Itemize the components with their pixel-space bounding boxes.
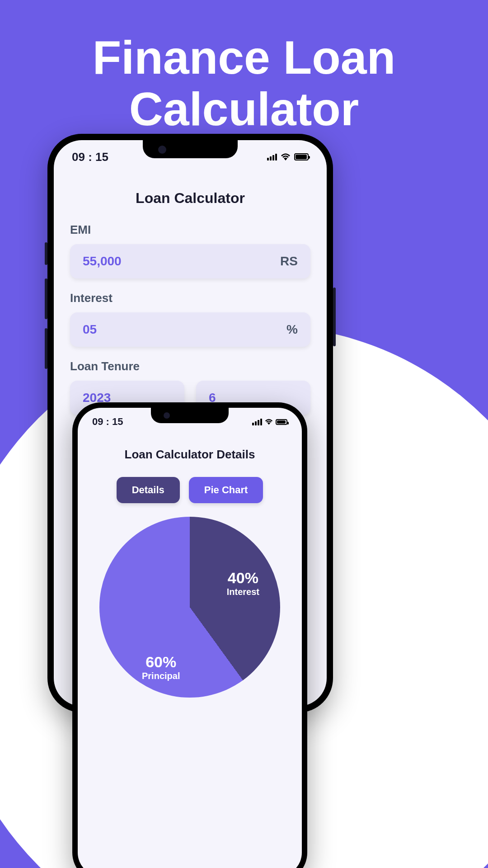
phone-mockup-front: 09 : 15 Loan Calculator Details Details …	[72, 402, 307, 868]
page-title: Loan Calculator Details	[91, 448, 288, 462]
status-time: 09 : 15	[72, 150, 108, 164]
phone-notch	[143, 140, 238, 158]
interest-label: Interest	[70, 291, 310, 305]
emi-input[interactable]: 55,000 RS	[70, 244, 310, 278]
slice-pct: 40%	[227, 569, 259, 587]
battery-icon	[276, 419, 287, 425]
emi-unit: RS	[280, 254, 298, 269]
pie-chart-graphic	[99, 517, 280, 698]
phone-side-button	[333, 288, 336, 346]
interest-input[interactable]: 05 %	[70, 312, 310, 347]
emi-value: 55,000	[83, 254, 122, 269]
signal-icon	[252, 418, 262, 425]
battery-icon	[294, 153, 309, 160]
pie-slice-principal-label: 60% Principal	[142, 653, 180, 681]
slice-name: Interest	[227, 587, 259, 597]
phone-notch	[151, 408, 229, 423]
phone-side-button	[45, 328, 47, 369]
pie-chart: 40% Interest 60% Principal	[99, 517, 280, 698]
tenure-label: Loan Tenure	[70, 359, 310, 373]
phone-screen-front: 09 : 15 Loan Calculator Details Details …	[78, 408, 302, 868]
signal-icon	[267, 153, 277, 160]
tab-details[interactable]: Details	[117, 477, 180, 503]
hero-title: Finance Loan Calculator	[0, 32, 488, 135]
hero-line2: Calculator	[129, 83, 359, 135]
hero-line1: Finance Loan	[93, 31, 395, 84]
interest-unit: %	[286, 322, 298, 337]
emi-label: EMI	[70, 223, 310, 237]
tab-pie-chart[interactable]: Pie Chart	[189, 477, 263, 503]
status-time: 09 : 15	[92, 416, 123, 428]
slice-pct: 60%	[142, 653, 180, 671]
slice-name: Principal	[142, 671, 180, 681]
page-title: Loan Calculator	[70, 190, 310, 207]
wifi-icon	[265, 419, 273, 425]
phone-side-button	[45, 278, 47, 319]
interest-value: 05	[83, 322, 97, 337]
phone-side-button	[45, 242, 47, 265]
pie-slice-interest-label: 40% Interest	[227, 569, 259, 597]
wifi-icon	[281, 153, 291, 160]
